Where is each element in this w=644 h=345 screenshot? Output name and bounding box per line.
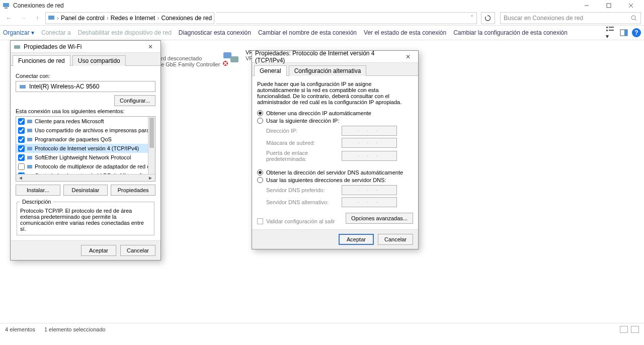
refresh-button[interactable] (481, 12, 495, 24)
tab-general[interactable]: General (254, 65, 287, 76)
chevron-right-icon[interactable]: › (107, 15, 109, 22)
element-checkbox[interactable] (18, 136, 25, 143)
wifi-dialog-title: Propiedades de Wi-Fi (24, 43, 82, 50)
network-elements-list[interactable]: Cliente para redes MicrosoftUso comparti… (16, 116, 155, 182)
element-label: Uso compartido de archivos e impresoras … (35, 127, 155, 133)
wifi-tab-row: Funciones de red Uso compartido (11, 53, 160, 66)
nav-up-button[interactable]: ↑ (31, 12, 43, 24)
search-placeholder: Buscar en Conexiones de red (504, 15, 583, 22)
breadcrumb-panel-control[interactable]: Panel de control (61, 15, 105, 22)
wifi-cancel-button[interactable]: Cancelar (120, 245, 155, 256)
title-bar: Conexiones de red (0, 0, 644, 11)
svg-point-7 (631, 16, 635, 20)
element-checkbox[interactable] (18, 127, 25, 134)
wifi-dialog-titlebar[interactable]: Propiedades de Wi-Fi ✕ (11, 41, 160, 53)
status-bar: 4 elementos 1 elemento seleccionado (0, 323, 644, 335)
svg-rect-1 (5, 8, 8, 9)
svg-rect-14 (624, 30, 627, 36)
tab-network-functions[interactable]: Funciones de red (13, 55, 70, 66)
chevron-right-icon[interactable]: › (157, 15, 159, 22)
svg-rect-10 (606, 30, 608, 31)
element-checkbox[interactable] (18, 118, 25, 125)
cmd-diagnose[interactable]: Diagnosticar esta conexión (179, 29, 251, 36)
ethernet-controller: e GbE Family Controller (161, 61, 220, 67)
properties-button[interactable]: Propiedades (111, 185, 155, 196)
svg-rect-27 (27, 165, 32, 168)
breadcrumb-net-internet[interactable]: Redes e Internet (111, 15, 155, 22)
ipv4-accept-button[interactable]: Aceptar (339, 234, 374, 245)
element-label: SoftEther Lightweight Network Protocol (35, 154, 131, 160)
nav-back-button[interactable]: ← (3, 12, 15, 24)
label-ip-address: Dirección IP: (266, 128, 342, 134)
network-element-item[interactable]: Protocolo de multiplexor de adaptador de… (16, 162, 155, 171)
view-details-icon[interactable] (620, 326, 628, 333)
cmd-connect-to[interactable]: Conectar a (41, 29, 71, 36)
ipv4-dialog-titlebar[interactable]: Propiedades: Protocolo de Internet versi… (252, 51, 418, 63)
uninstall-button[interactable]: Desinstalar (63, 185, 108, 196)
svg-rect-20 (14, 45, 20, 49)
element-label: Programador de paquetes QoS (35, 136, 112, 142)
element-label: Protocolo de multiplexor de adaptador de… (35, 163, 155, 169)
input-dns-preferred: . . . (342, 185, 397, 195)
maximize-button[interactable] (598, 0, 620, 11)
svg-rect-15 (223, 52, 231, 58)
breadcrumb[interactable]: › Panel de control › Redes e Internet › … (45, 12, 214, 24)
organize-menu[interactable]: Organizar ▾ (3, 29, 34, 36)
radio-manual-dns[interactable]: Usar las siguientes direcciones de servi… (257, 177, 413, 183)
network-element-item[interactable]: Cliente para redes Microsoft (16, 117, 155, 126)
radio-manual-ip[interactable]: Usar la siguiente dirección IP: (257, 118, 413, 124)
scroll-left-icon[interactable]: ◄ (17, 175, 24, 181)
advanced-options-button[interactable]: Opciones avanzadas... (346, 213, 413, 224)
radio-auto-ip[interactable]: Obtener una dirección IP automáticamente (257, 110, 413, 116)
ethernet-network-item[interactable]: rd desconectado e GbE Family Controller (161, 55, 220, 67)
cmd-change-config[interactable]: Cambiar la configuración de esta conexió… (453, 29, 568, 36)
svg-rect-12 (609, 30, 614, 31)
tab-alt-config[interactable]: Configuración alternativa (289, 65, 367, 76)
ipv4-tab-row: General Configuración alternativa (252, 63, 418, 76)
svg-rect-24 (27, 138, 32, 141)
protocol-icon (27, 136, 33, 142)
scrollbar-vertical[interactable] (148, 117, 155, 174)
ipv4-cancel-button[interactable]: Cancelar (378, 234, 413, 245)
cmd-view-status[interactable]: Ver el estado de esta conexión (364, 29, 446, 36)
network-element-item[interactable]: Protocolo de Internet versión 4 (TCP/IPv… (16, 144, 155, 153)
label-subnet-mask: Máscara de subred: (266, 140, 342, 146)
view-options-button[interactable]: ▾ (606, 26, 616, 40)
cmd-rename[interactable]: Cambiar el nombre de esta conexión (258, 29, 357, 36)
scrollbar-horizontal[interactable]: ◄ ► (16, 174, 155, 181)
network-element-item[interactable]: Uso compartido de archivos e impresoras … (16, 126, 155, 135)
element-checkbox[interactable] (18, 145, 25, 152)
wifi-accept-button[interactable]: Aceptar (81, 245, 116, 256)
scrollbar-thumb[interactable] (149, 118, 154, 148)
svg-rect-25 (27, 147, 32, 150)
close-button[interactable] (620, 0, 642, 11)
content-area: rd desconectado e GbE Family Controller … (0, 40, 644, 335)
status-selected-count: 1 elemento seleccionado (44, 326, 106, 332)
cmd-disable-device[interactable]: Deshabilitar este dispositivo de red (78, 29, 172, 36)
checkbox-validate-on-exit[interactable]: Validar configuración al salir (257, 218, 335, 224)
network-element-item[interactable]: SoftEther Lightweight Network Protocol (16, 153, 155, 162)
network-element-item[interactable]: Programador de paquetes QoS (16, 135, 155, 144)
tab-sharing[interactable]: Uso compartido (72, 55, 126, 66)
preview-pane-button[interactable] (620, 29, 628, 36)
breadcrumb-connections[interactable]: Conexiones de red (161, 15, 212, 22)
view-large-icons-icon[interactable] (631, 326, 639, 333)
wifi-dialog-close-button[interactable]: ✕ (143, 42, 157, 52)
element-checkbox[interactable] (18, 154, 25, 161)
radio-auto-dns[interactable]: Obtener la dirección del servidor DNS au… (257, 169, 413, 176)
svg-rect-26 (27, 156, 32, 159)
ipv4-dialog-close-button[interactable]: ✕ (401, 52, 415, 62)
element-checkbox[interactable] (18, 163, 25, 170)
configure-button[interactable]: Configurar... (114, 95, 155, 106)
help-button[interactable]: ? (632, 28, 641, 37)
protocol-icon (27, 163, 33, 169)
scroll-right-icon[interactable]: ► (147, 175, 154, 181)
install-button[interactable]: Instalar... (16, 185, 60, 196)
svg-rect-22 (27, 120, 32, 123)
search-input[interactable]: Buscar en Conexiones de red (500, 12, 641, 24)
description-text: Protocolo TCP/IP. El protocolo de red de… (20, 208, 151, 232)
chevron-right-icon[interactable]: › (57, 15, 59, 22)
nav-forward-button[interactable]: → (17, 12, 29, 24)
address-dropdown[interactable]: ˅ (216, 12, 477, 24)
minimize-button[interactable] (576, 0, 598, 11)
